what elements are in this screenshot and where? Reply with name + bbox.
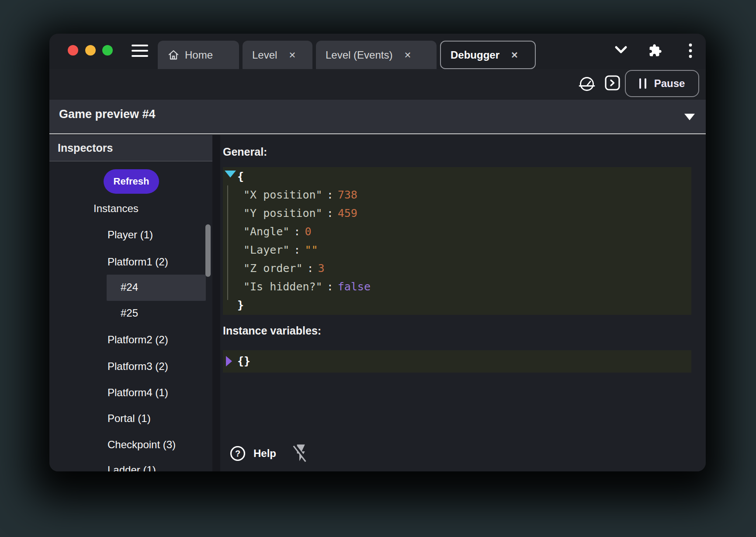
- tab-bar: Home Level ✕ Level (Events) ✕ Debugger ✕: [49, 34, 706, 69]
- json-row-layer: "Layer":"": [223, 241, 691, 259]
- tab-label: Home: [185, 49, 213, 61]
- open-brace: {: [237, 170, 244, 183]
- tab-strip: Home Level ✕ Level (Events) ✕ Debugger ✕: [158, 41, 536, 69]
- general-json-view: { "X position":738 "Y position":459 "Ang…: [223, 167, 691, 315]
- refresh-button[interactable]: Refresh: [104, 169, 159, 194]
- pause-button[interactable]: Pause: [625, 70, 699, 97]
- console-icon[interactable]: [604, 75, 621, 91]
- extensions-puzzle-icon[interactable]: [648, 44, 662, 57]
- chevron-down-icon[interactable]: [614, 45, 628, 54]
- tree-item-platform1[interactable]: Platform1 (2): [108, 256, 168, 268]
- json-row-is-hidden: "Is hidden?":false: [223, 278, 691, 296]
- y-position-value: 459: [338, 207, 357, 220]
- dropdown-caret-icon: [684, 114, 695, 120]
- game-preview-title: Game preview #4: [59, 108, 156, 121]
- tree-item-portal[interactable]: Portal (1): [108, 412, 151, 425]
- window-minimize-button[interactable]: [85, 45, 96, 56]
- game-preview-selector[interactable]: Game preview #4: [49, 100, 706, 134]
- is-hidden-value: false: [338, 280, 371, 293]
- tree-item-instance-25[interactable]: #25: [121, 307, 138, 319]
- layer-value: "": [305, 244, 318, 256]
- help-icon[interactable]: ?: [229, 445, 246, 462]
- empty-object: {}: [237, 352, 250, 370]
- tree-item-platform3[interactable]: Platform3 (2): [108, 360, 168, 373]
- close-icon[interactable]: ✕: [404, 50, 411, 60]
- help-row: ? Help: [229, 443, 308, 464]
- speedometer-profiler-icon[interactable]: [578, 75, 596, 93]
- menu-icon[interactable]: [132, 45, 148, 57]
- tab-debugger[interactable]: Debugger ✕: [440, 41, 536, 69]
- expand-triangle-icon[interactable]: [226, 356, 232, 366]
- tab-level-events[interactable]: Level (Events) ✕: [316, 41, 437, 69]
- kebab-menu-icon[interactable]: [688, 42, 693, 59]
- app-window: Home Level ✕ Level (Events) ✕ Debugger ✕: [49, 34, 706, 471]
- close-icon[interactable]: ✕: [288, 50, 296, 60]
- tab-label: Debugger: [451, 49, 499, 61]
- inspectors-title: Inspectors: [58, 142, 113, 154]
- tree-item-instance-24[interactable]: #24: [121, 281, 138, 293]
- pause-button-label: Pause: [654, 77, 685, 90]
- json-row-angle: "Angle":0: [223, 223, 691, 241]
- tree-item-player[interactable]: Player (1): [108, 229, 153, 241]
- tab-label: Level (Events): [326, 49, 392, 61]
- close-icon[interactable]: ✕: [511, 50, 518, 60]
- close-brace: }: [237, 299, 244, 311]
- svg-text:?: ?: [235, 449, 240, 458]
- z-order-value: 3: [318, 262, 325, 275]
- x-position-value: 738: [338, 188, 357, 201]
- help-label[interactable]: Help: [253, 447, 276, 460]
- tab-home[interactable]: Home: [158, 41, 239, 69]
- json-row-z-order: "Z order":3: [223, 259, 691, 278]
- instances-root[interactable]: Instances: [94, 202, 139, 215]
- debugger-content: Inspectors Refresh Instances Player (1) …: [49, 135, 706, 471]
- tab-label: Level: [252, 49, 277, 61]
- sidebar-scrollbar[interactable]: [205, 224, 211, 277]
- window-close-button[interactable]: [68, 45, 78, 56]
- inspectors-header: Inspectors: [49, 135, 212, 161]
- angle-value: 0: [305, 225, 311, 238]
- json-row-x-position: "X position":738: [223, 186, 691, 204]
- instance-variables-label: Instance variables:: [223, 324, 321, 337]
- tree-item-platform4[interactable]: Platform4 (1): [108, 387, 168, 399]
- json-row-y-position: "Y position":459: [223, 204, 691, 223]
- instance-inspector-panel: General: { "X position":738 "Y position"…: [220, 135, 706, 471]
- pause-icon: [639, 78, 646, 89]
- tree-item-checkpoint[interactable]: Checkpoint (3): [108, 439, 176, 451]
- debugger-toolbar: Pause: [49, 69, 706, 100]
- tree-item-platform2[interactable]: Platform2 (2): [108, 334, 168, 346]
- tab-level[interactable]: Level ✕: [243, 41, 312, 69]
- panel-divider: [212, 135, 220, 471]
- instance-variables-json-view: {}: [223, 350, 691, 373]
- inspectors-sidebar: Inspectors Refresh Instances Player (1) …: [49, 135, 212, 471]
- home-icon: [167, 49, 180, 61]
- window-zoom-button[interactable]: [102, 45, 113, 56]
- tree-item-ladder[interactable]: Ladder (1): [108, 464, 156, 471]
- flash-off-icon[interactable]: [291, 443, 308, 464]
- general-section-label: General:: [223, 146, 267, 158]
